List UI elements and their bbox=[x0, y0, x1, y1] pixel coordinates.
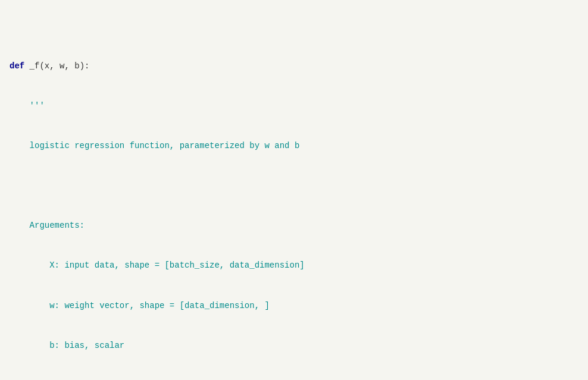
code-line: Arguements: bbox=[10, 219, 578, 232]
string-text: b: bias, scalar bbox=[10, 341, 124, 350]
string-text: ''' bbox=[10, 101, 45, 111]
code-line: b: bias, scalar bbox=[10, 339, 578, 352]
string-text: X: input data, shape = [batch_size, data… bbox=[10, 260, 305, 270]
keyword: def bbox=[10, 61, 24, 71]
code-container: def _f(x, w, b): ''' logistic regression… bbox=[10, 6, 578, 380]
code-line: X: input data, shape = [batch_size, data… bbox=[10, 259, 578, 272]
code-line: logistic regression function, parameteri… bbox=[10, 139, 578, 152]
code-line: w: weight vector, shape = [data_dimensio… bbox=[10, 299, 578, 312]
string-text: logistic regression function, parameteri… bbox=[10, 141, 299, 150]
code-line bbox=[10, 179, 578, 192]
code-line: ''' bbox=[10, 99, 578, 112]
code-line: def _f(x, w, b): bbox=[10, 59, 578, 73]
code-text: _f(x, w, b): bbox=[24, 61, 89, 71]
func-f-section: def _f(x, w, b): ''' logistic regression… bbox=[10, 33, 578, 380]
string-text: w: weight vector, shape = [data_dimensio… bbox=[10, 301, 270, 310]
string-text: Arguements: bbox=[10, 221, 85, 230]
